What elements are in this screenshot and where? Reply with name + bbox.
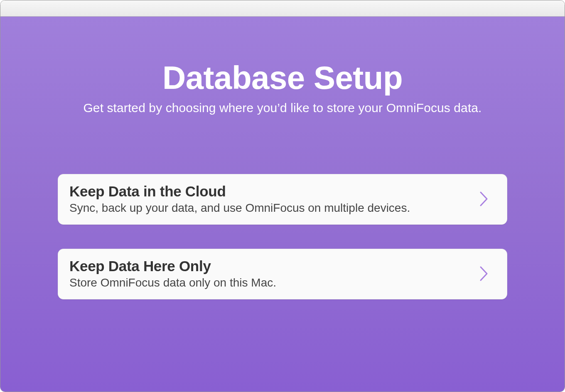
option-title: Keep Data in the Cloud <box>69 183 410 200</box>
option-keep-data-here[interactable]: Keep Data Here Only Store OmniFocus data… <box>58 249 507 299</box>
option-description: Sync, back up your data, and use OmniFoc… <box>69 201 410 215</box>
chevron-right-icon <box>476 265 492 282</box>
page-subtitle: Get started by choosing where you’d like… <box>83 101 481 115</box>
window-titlebar <box>0 0 565 17</box>
option-text-group: Keep Data in the Cloud Sync, back up you… <box>69 183 410 215</box>
content-area: Database Setup Get started by choosing w… <box>0 17 565 392</box>
chevron-right-icon <box>476 191 492 207</box>
options-list: Keep Data in the Cloud Sync, back up you… <box>58 174 507 299</box>
setup-window: Database Setup Get started by choosing w… <box>0 0 565 392</box>
option-title: Keep Data Here Only <box>69 258 276 274</box>
page-title: Database Setup <box>162 59 403 97</box>
option-text-group: Keep Data Here Only Store OmniFocus data… <box>69 258 276 289</box>
option-description: Store OmniFocus data only on this Mac. <box>69 276 276 289</box>
option-keep-data-cloud[interactable]: Keep Data in the Cloud Sync, back up you… <box>58 174 507 225</box>
